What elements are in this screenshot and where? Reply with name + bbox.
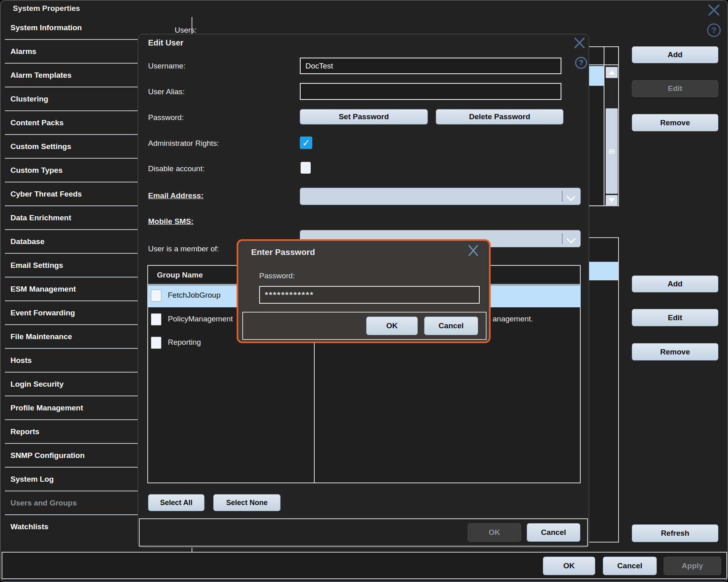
select-all-button[interactable]: Select All bbox=[148, 494, 204, 511]
enter-password-input[interactable]: ************ bbox=[259, 286, 480, 304]
enter-password-dialog: Enter Password Password: ************ OK… bbox=[237, 239, 491, 343]
username-label: Username: bbox=[148, 62, 186, 70]
email-address-label: Email Address: bbox=[148, 191, 204, 200]
member-of-label: User is a member of: bbox=[148, 244, 219, 253]
delete-password-button[interactable]: Delete Password bbox=[436, 109, 563, 124]
users-list-scrollbar[interactable] bbox=[604, 47, 619, 205]
window-help-icon[interactable]: ? bbox=[707, 23, 721, 37]
group-row-description-fragment: anagement. bbox=[493, 315, 533, 323]
sidebar-item-reports[interactable]: Reports bbox=[5, 419, 138, 443]
enter-password-title: Enter Password bbox=[251, 247, 315, 257]
username-input[interactable]: DocTest bbox=[300, 58, 561, 74]
sidebar-item-alarms[interactable]: Alarms bbox=[5, 39, 138, 63]
bottom-bar: OK Cancel Apply bbox=[2, 552, 727, 579]
password-label: Password: bbox=[148, 113, 184, 122]
group-row-label: Reporting bbox=[168, 338, 201, 347]
sidebar-item-clustering[interactable]: Clustering bbox=[5, 87, 138, 110]
sidebar-item-esm-management[interactable]: ESM Management bbox=[5, 277, 138, 300]
user-alias-input[interactable] bbox=[300, 83, 561, 100]
groups-remove-button[interactable]: Remove bbox=[632, 343, 718, 360]
sidebar-item-snmp-configuration[interactable]: SNMP Configuration bbox=[5, 443, 138, 467]
select-none-button[interactable]: Select None bbox=[213, 494, 280, 511]
sidebar-item-profile-management[interactable]: Profile Management bbox=[5, 396, 138, 419]
row-checkbox[interactable] bbox=[151, 290, 161, 302]
sidebar: System Information Alarms Alarm Template… bbox=[5, 16, 138, 538]
groups-edit-button[interactable]: Edit bbox=[632, 309, 718, 326]
sidebar-item-content-packs[interactable]: Content Packs bbox=[5, 110, 138, 134]
users-remove-button[interactable]: Remove bbox=[632, 114, 718, 131]
edit-user-cancel-button[interactable]: Cancel bbox=[527, 523, 580, 542]
disable-account-label: Disable account: bbox=[148, 164, 204, 173]
row-checkbox[interactable] bbox=[151, 313, 161, 325]
sidebar-item-system-log[interactable]: System Log bbox=[5, 467, 138, 491]
sidebar-item-custom-settings[interactable]: Custom Settings bbox=[5, 134, 138, 158]
triangle-up-icon bbox=[608, 70, 615, 75]
sidebar-item-cyber-threat-feeds[interactable]: Cyber Threat Feeds bbox=[5, 182, 138, 205]
group-row-label: FetchJobGroup bbox=[168, 291, 221, 300]
sidebar-item-custom-types[interactable]: Custom Types bbox=[5, 158, 138, 182]
window-apply-button: Apply bbox=[664, 557, 721, 575]
scrollbar-thumb[interactable] bbox=[606, 108, 618, 194]
sidebar-item-alarm-templates[interactable]: Alarm Templates bbox=[5, 63, 138, 87]
users-section-label: Users: bbox=[175, 26, 197, 35]
enter-password-footer: OK Cancel bbox=[242, 312, 487, 340]
system-properties-window: System Properties ? System Information A… bbox=[0, 0, 728, 582]
mobile-sms-label: Mobile SMS: bbox=[148, 217, 194, 226]
disable-account-checkbox[interactable] bbox=[301, 162, 311, 174]
enter-password-cancel-button[interactable]: Cancel bbox=[424, 317, 478, 335]
enter-password-ok-button[interactable]: OK bbox=[366, 317, 418, 335]
check-icon: ✓ bbox=[302, 137, 310, 149]
administrator-rights-checkbox[interactable]: ✓ bbox=[300, 137, 312, 149]
chevron-down-icon bbox=[567, 192, 576, 201]
sidebar-item-event-forwarding[interactable]: Event Forwarding bbox=[5, 300, 138, 324]
sidebar-item-users-and-groups[interactable]: Users and Groups bbox=[5, 491, 138, 514]
sidebar-item-hosts[interactable]: Hosts bbox=[5, 348, 138, 372]
scrollbar-up-button[interactable] bbox=[606, 67, 618, 78]
sidebar-item-watchlists[interactable]: Watchlists bbox=[5, 514, 138, 538]
triangle-down-icon bbox=[608, 198, 615, 202]
enter-password-close-icon[interactable] bbox=[467, 244, 480, 257]
row-checkbox[interactable] bbox=[151, 337, 161, 349]
user-alias-label: User Alias: bbox=[148, 87, 185, 96]
sidebar-item-email-settings[interactable]: Email Settings bbox=[5, 253, 138, 277]
group-name-header: Group Name bbox=[157, 271, 203, 280]
sidebar-item-database[interactable]: Database bbox=[5, 229, 138, 253]
groups-add-button[interactable]: Add bbox=[632, 275, 718, 292]
set-password-button[interactable]: Set Password bbox=[300, 109, 428, 124]
sidebar-item-login-security[interactable]: Login Security bbox=[5, 372, 138, 396]
users-edit-button: Edit bbox=[632, 80, 718, 97]
window-bottom-edge bbox=[1, 580, 728, 582]
window-title: System Properties bbox=[13, 4, 80, 13]
administrator-rights-label: Administrator Rights: bbox=[148, 139, 219, 148]
sidebar-item-system-information[interactable]: System Information bbox=[5, 16, 138, 39]
edit-user-dialog-title: Edit User bbox=[148, 38, 184, 48]
chevron-down-icon bbox=[567, 234, 576, 244]
group-row-label: PolicyManagement bbox=[168, 315, 233, 323]
sidebar-item-file-maintenance[interactable]: File Maintenance bbox=[5, 324, 138, 348]
sidebar-item-data-enrichment[interactable]: Data Enrichment bbox=[5, 205, 138, 229]
edit-user-help-icon[interactable]: ? bbox=[575, 57, 587, 69]
window-close-icon[interactable] bbox=[706, 3, 722, 17]
email-address-combobox[interactable] bbox=[300, 188, 581, 205]
edit-user-close-icon[interactable] bbox=[573, 37, 586, 50]
scrollbar-down-button[interactable] bbox=[606, 195, 618, 205]
edit-user-footer: OK Cancel bbox=[139, 518, 588, 547]
window-cancel-button[interactable]: Cancel bbox=[603, 557, 657, 575]
users-add-button[interactable]: Add bbox=[632, 46, 718, 63]
refresh-button[interactable]: Refresh bbox=[632, 524, 718, 542]
window-ok-button[interactable]: OK bbox=[543, 557, 595, 575]
edit-user-ok-button: OK bbox=[468, 523, 521, 542]
enter-password-label: Password: bbox=[259, 271, 295, 280]
